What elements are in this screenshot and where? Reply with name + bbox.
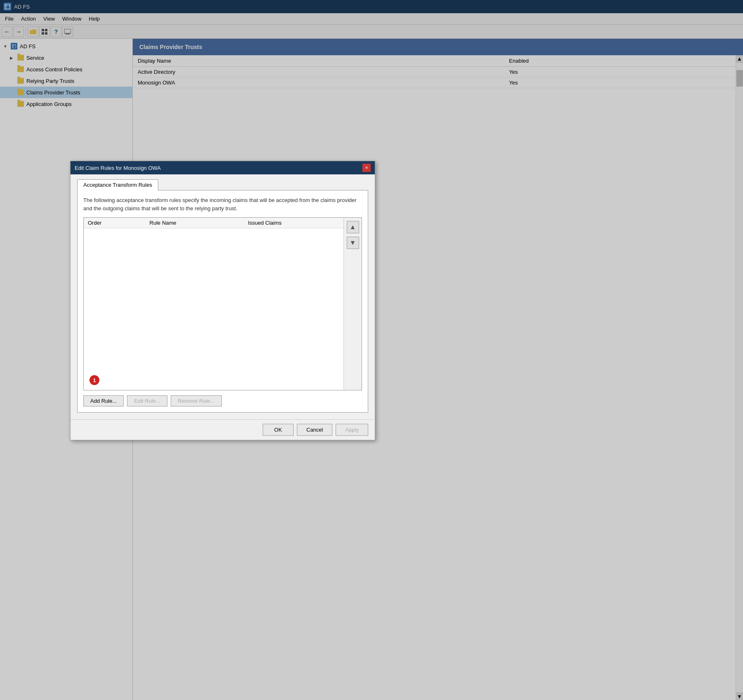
tab-acceptance-transform[interactable]: Acceptance Transform Rules — [77, 179, 158, 190]
add-rule-button[interactable]: Add Rule... — [83, 395, 124, 406]
edit-rule-button[interactable]: Edit Rule... — [127, 395, 167, 406]
move-down-button[interactable]: ▼ — [347, 237, 359, 249]
tab-bar: Acceptance Transform Rules — [77, 179, 368, 190]
rules-side-buttons: ▲ ▼ — [343, 218, 362, 390]
dialog-close-button[interactable]: × — [362, 164, 371, 172]
arrow-down-icon: ▼ — [350, 239, 356, 247]
dialog-body: Acceptance Transform Rules The following… — [71, 174, 375, 419]
dialog: Edit Claim Rules for Monosign OWA × Acce… — [70, 161, 375, 440]
rules-container: Order Rule Name Issued Claims — [83, 217, 362, 390]
ok-button[interactable]: OK — [263, 424, 294, 436]
col-rule-name: Rule Name — [146, 218, 244, 228]
rule-buttons: Add Rule... Edit Rule... Remove Rule... — [83, 395, 362, 406]
dialog-title: Edit Claim Rules for Monosign OWA — [75, 165, 161, 171]
modal-overlay: Edit Claim Rules for Monosign OWA × Acce… — [0, 0, 743, 700]
apply-button[interactable]: Apply — [336, 424, 368, 436]
tab-content: The following acceptance transform rules… — [77, 190, 368, 413]
arrow-up-icon: ▲ — [350, 223, 356, 231]
tab-label: Acceptance Transform Rules — [83, 182, 152, 188]
badge-label: 1 — [93, 377, 96, 383]
badge-circle: 1 — [89, 375, 99, 385]
col-order: Order — [84, 218, 146, 228]
move-up-button[interactable]: ▲ — [347, 221, 359, 233]
rules-table: Order Rule Name Issued Claims — [84, 218, 362, 228]
dialog-titlebar: Edit Claim Rules for Monosign OWA × — [71, 161, 375, 174]
rules-table-area: Order Rule Name Issued Claims — [84, 218, 362, 390]
cancel-button[interactable]: Cancel — [297, 424, 332, 436]
dialog-footer: OK Cancel Apply — [71, 419, 375, 440]
tab-description: The following acceptance transform rules… — [83, 196, 362, 212]
remove-rule-button[interactable]: Remove Rule... — [171, 395, 222, 406]
